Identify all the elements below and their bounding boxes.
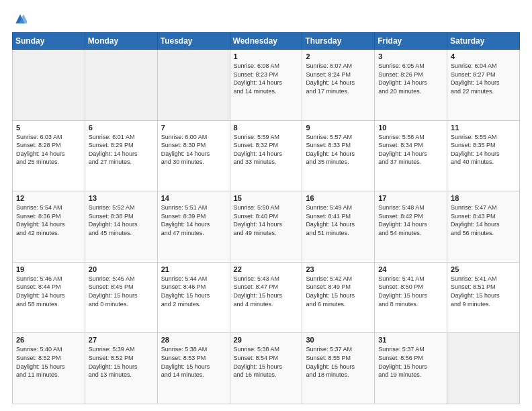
day-info: Sunrise: 5:37 AM Sunset: 8:56 PM Dayligh… — [378, 345, 443, 379]
calendar-cell: 13Sunrise: 5:52 AM Sunset: 8:38 PM Dayli… — [85, 191, 157, 263]
day-number: 26 — [16, 336, 81, 344]
day-number: 12 — [16, 194, 81, 202]
day-info: Sunrise: 6:05 AM Sunset: 8:26 PM Dayligh… — [378, 62, 443, 95]
calendar-cell: 30Sunrise: 5:37 AM Sunset: 8:55 PM Dayli… — [302, 333, 375, 404]
day-number: 10 — [378, 124, 443, 132]
day-number: 4 — [451, 52, 516, 60]
day-number: 18 — [451, 194, 516, 202]
calendar-cell: 3Sunrise: 6:05 AM Sunset: 8:26 PM Daylig… — [375, 50, 447, 121]
day-info: Sunrise: 5:44 AM Sunset: 8:46 PM Dayligh… — [161, 275, 226, 308]
day-number: 9 — [306, 124, 371, 132]
day-number: 14 — [161, 194, 226, 202]
day-info: Sunrise: 6:00 AM Sunset: 8:30 PM Dayligh… — [161, 133, 226, 167]
calendar-cell: 16Sunrise: 5:49 AM Sunset: 8:41 PM Dayli… — [302, 191, 375, 263]
day-number: 21 — [161, 265, 226, 273]
calendar-week-1: 1Sunrise: 6:08 AM Sunset: 8:23 PM Daylig… — [13, 50, 520, 121]
weekday-header-row: SundayMondayTuesdayWednesdayThursdayFrid… — [13, 33, 520, 50]
calendar-cell: 23Sunrise: 5:42 AM Sunset: 8:49 PM Dayli… — [302, 262, 375, 333]
calendar-cell: 17Sunrise: 5:48 AM Sunset: 8:42 PM Dayli… — [375, 191, 447, 263]
day-info: Sunrise: 5:43 AM Sunset: 8:47 PM Dayligh… — [234, 275, 299, 308]
day-number: 29 — [234, 336, 299, 344]
day-info: Sunrise: 5:47 AM Sunset: 8:43 PM Dayligh… — [451, 203, 516, 237]
calendar-cell: 5Sunrise: 6:03 AM Sunset: 8:28 PM Daylig… — [13, 120, 85, 191]
calendar-week-5: 26Sunrise: 5:40 AM Sunset: 8:52 PM Dayli… — [13, 333, 520, 404]
calendar-cell: 24Sunrise: 5:41 AM Sunset: 8:50 PM Dayli… — [375, 262, 447, 333]
calendar-cell: 27Sunrise: 5:39 AM Sunset: 8:52 PM Dayli… — [85, 333, 157, 404]
calendar-cell: 31Sunrise: 5:37 AM Sunset: 8:56 PM Dayli… — [375, 333, 447, 404]
day-number: 30 — [306, 336, 371, 344]
weekday-header-monday: Monday — [85, 33, 157, 50]
calendar-header: SundayMondayTuesdayWednesdayThursdayFrid… — [13, 33, 520, 50]
calendar-week-2: 5Sunrise: 6:03 AM Sunset: 8:28 PM Daylig… — [13, 120, 520, 191]
day-info: Sunrise: 5:45 AM Sunset: 8:45 PM Dayligh… — [89, 275, 154, 308]
day-info: Sunrise: 5:57 AM Sunset: 8:33 PM Dayligh… — [306, 133, 371, 167]
calendar-cell: 8Sunrise: 5:59 AM Sunset: 8:32 PM Daylig… — [230, 120, 302, 191]
calendar-cell: 18Sunrise: 5:47 AM Sunset: 8:43 PM Dayli… — [447, 191, 520, 263]
calendar-cell: 14Sunrise: 5:51 AM Sunset: 8:39 PM Dayli… — [157, 191, 230, 263]
weekday-header-sunday: Sunday — [13, 33, 85, 50]
calendar-cell: 11Sunrise: 5:55 AM Sunset: 8:35 PM Dayli… — [447, 120, 520, 191]
calendar-cell: 7Sunrise: 6:00 AM Sunset: 8:30 PM Daylig… — [157, 120, 230, 191]
calendar-cell: 1Sunrise: 6:08 AM Sunset: 8:23 PM Daylig… — [230, 50, 302, 121]
day-number: 8 — [234, 124, 299, 132]
day-number: 15 — [234, 194, 299, 202]
calendar-cell: 28Sunrise: 5:38 AM Sunset: 8:53 PM Dayli… — [157, 333, 230, 404]
day-number: 19 — [16, 265, 81, 273]
day-number: 6 — [89, 124, 154, 132]
day-number: 23 — [306, 265, 371, 273]
day-number: 20 — [89, 265, 154, 273]
day-info: Sunrise: 6:03 AM Sunset: 8:28 PM Dayligh… — [16, 133, 81, 167]
calendar-cell: 21Sunrise: 5:44 AM Sunset: 8:46 PM Dayli… — [157, 262, 230, 333]
day-info: Sunrise: 5:55 AM Sunset: 8:35 PM Dayligh… — [451, 133, 516, 167]
day-number: 31 — [378, 336, 443, 344]
calendar-cell: 12Sunrise: 5:54 AM Sunset: 8:36 PM Dayli… — [13, 191, 85, 263]
calendar-week-3: 12Sunrise: 5:54 AM Sunset: 8:36 PM Dayli… — [13, 191, 520, 263]
calendar-cell — [13, 50, 85, 121]
day-info: Sunrise: 5:41 AM Sunset: 8:50 PM Dayligh… — [378, 275, 443, 308]
day-info: Sunrise: 5:49 AM Sunset: 8:41 PM Dayligh… — [306, 203, 371, 237]
calendar-cell: 4Sunrise: 6:04 AM Sunset: 8:27 PM Daylig… — [447, 50, 520, 121]
calendar-cell: 6Sunrise: 6:01 AM Sunset: 8:29 PM Daylig… — [85, 120, 157, 191]
weekday-header-wednesday: Wednesday — [230, 33, 302, 50]
day-info: Sunrise: 5:37 AM Sunset: 8:55 PM Dayligh… — [306, 345, 371, 379]
calendar-cell — [447, 333, 520, 404]
calendar-cell: 26Sunrise: 5:40 AM Sunset: 8:52 PM Dayli… — [13, 333, 85, 404]
day-info: Sunrise: 6:08 AM Sunset: 8:23 PM Dayligh… — [234, 62, 299, 95]
calendar-cell: 22Sunrise: 5:43 AM Sunset: 8:47 PM Dayli… — [230, 262, 302, 333]
header — [12, 12, 520, 26]
page: SundayMondayTuesdayWednesdayThursdayFrid… — [0, 0, 532, 411]
day-number: 25 — [451, 265, 516, 273]
day-number: 5 — [16, 124, 81, 132]
day-info: Sunrise: 5:54 AM Sunset: 8:36 PM Dayligh… — [16, 203, 81, 237]
logo — [12, 12, 27, 26]
calendar-cell: 10Sunrise: 5:56 AM Sunset: 8:34 PM Dayli… — [375, 120, 447, 191]
day-info: Sunrise: 5:56 AM Sunset: 8:34 PM Dayligh… — [378, 133, 443, 167]
calendar-cell: 2Sunrise: 6:07 AM Sunset: 8:24 PM Daylig… — [302, 50, 375, 121]
logo-icon — [13, 12, 27, 26]
calendar-cell: 20Sunrise: 5:45 AM Sunset: 8:45 PM Dayli… — [85, 262, 157, 333]
calendar-body: 1Sunrise: 6:08 AM Sunset: 8:23 PM Daylig… — [13, 50, 520, 404]
day-number: 3 — [378, 52, 443, 60]
day-info: Sunrise: 5:52 AM Sunset: 8:38 PM Dayligh… — [89, 203, 154, 237]
day-info: Sunrise: 5:38 AM Sunset: 8:53 PM Dayligh… — [161, 345, 226, 379]
day-number: 11 — [451, 124, 516, 132]
day-number: 13 — [89, 194, 154, 202]
day-number: 17 — [378, 194, 443, 202]
calendar-cell: 15Sunrise: 5:50 AM Sunset: 8:40 PM Dayli… — [230, 191, 302, 263]
day-number: 22 — [234, 265, 299, 273]
day-info: Sunrise: 5:39 AM Sunset: 8:52 PM Dayligh… — [89, 345, 154, 379]
weekday-header-thursday: Thursday — [302, 33, 375, 50]
weekday-header-friday: Friday — [375, 33, 447, 50]
day-info: Sunrise: 5:59 AM Sunset: 8:32 PM Dayligh… — [234, 133, 299, 167]
calendar-cell — [157, 50, 230, 121]
day-info: Sunrise: 5:48 AM Sunset: 8:42 PM Dayligh… — [378, 203, 443, 237]
day-number: 2 — [306, 52, 371, 60]
day-info: Sunrise: 5:51 AM Sunset: 8:39 PM Dayligh… — [161, 203, 226, 237]
day-info: Sunrise: 6:01 AM Sunset: 8:29 PM Dayligh… — [89, 133, 154, 167]
day-info: Sunrise: 5:41 AM Sunset: 8:51 PM Dayligh… — [451, 275, 516, 308]
calendar-cell: 19Sunrise: 5:46 AM Sunset: 8:44 PM Dayli… — [13, 262, 85, 333]
day-info: Sunrise: 6:04 AM Sunset: 8:27 PM Dayligh… — [451, 62, 516, 95]
calendar-cell: 25Sunrise: 5:41 AM Sunset: 8:51 PM Dayli… — [447, 262, 520, 333]
calendar-cell: 29Sunrise: 5:38 AM Sunset: 8:54 PM Dayli… — [230, 333, 302, 404]
calendar-table: SundayMondayTuesdayWednesdayThursdayFrid… — [12, 32, 520, 404]
